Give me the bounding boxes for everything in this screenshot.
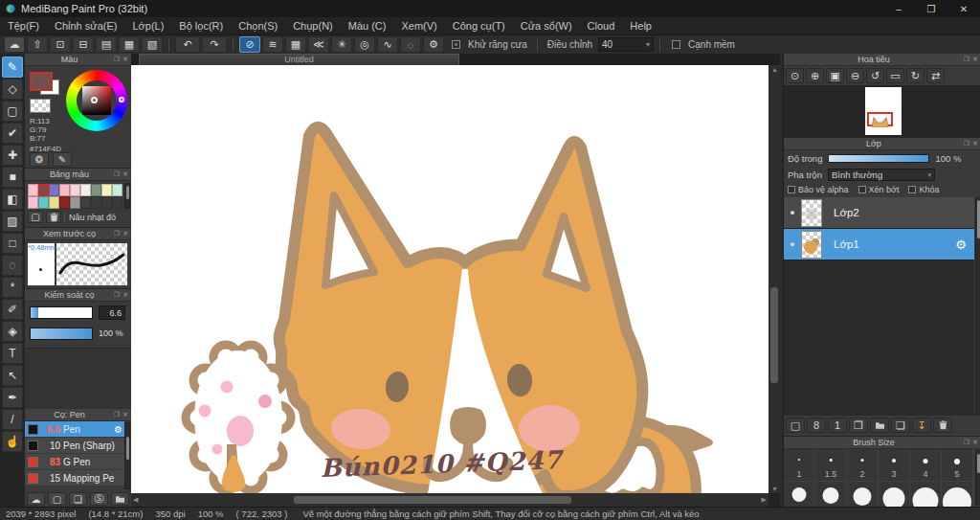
- palette-swatch[interactable]: [49, 196, 59, 209]
- close-icon[interactable]: ✕: [122, 56, 128, 63]
- new-brush-icon[interactable]: ▢: [48, 492, 66, 506]
- horizontal-scroll-thumb[interactable]: [294, 496, 571, 504]
- storyboard-icon[interactable]: ▦: [119, 36, 140, 53]
- text-tool[interactable]: T: [2, 343, 23, 364]
- palette-swatch[interactable]: [38, 196, 49, 209]
- adjust-dropdown[interactable]: 40 ▾: [598, 37, 654, 52]
- eyedropper-tool[interactable]: ✒: [2, 387, 23, 408]
- lasso-tool[interactable]: ◌: [2, 255, 23, 276]
- sv-cursor[interactable]: [91, 97, 98, 103]
- snap-vanishing-icon[interactable]: ≪: [308, 36, 329, 53]
- rect-tool[interactable]: ▢: [2, 101, 23, 122]
- gear-icon[interactable]: ⚙: [955, 237, 967, 252]
- upload-brush-icon[interactable]: ☁: [27, 492, 45, 506]
- duplicate-layer-icon[interactable]: ❏: [891, 418, 910, 433]
- fill-shape-tool[interactable]: ■: [2, 167, 23, 188]
- bucket-tool[interactable]: ◧: [2, 189, 23, 210]
- menu-item[interactable]: Cửa sổ(W): [513, 17, 580, 34]
- move-tool[interactable]: ✚: [2, 145, 23, 166]
- merge-layer-icon[interactable]: ↧: [912, 418, 931, 433]
- foreground-color-swatch[interactable]: [30, 72, 53, 91]
- zoom-in-icon[interactable]: ⊕: [806, 68, 824, 83]
- snap-parallel-icon[interactable]: ≋: [262, 36, 283, 53]
- transparent-color-swatch[interactable]: [30, 99, 51, 113]
- snap-curve-icon[interactable]: ∿: [377, 36, 398, 53]
- snap-grid-icon[interactable]: ▦: [285, 36, 306, 53]
- save-brush-icon[interactable]: ❏: [69, 492, 87, 506]
- snap-settings-icon[interactable]: ⚙: [423, 36, 444, 53]
- comment-icon[interactable]: ⊡: [50, 36, 71, 53]
- zoom-out-icon[interactable]: ⊖: [846, 68, 864, 83]
- menu-item[interactable]: Bộ lọc(R): [171, 17, 231, 34]
- layer-thumbnail[interactable]: [801, 199, 822, 227]
- antialias-checkbox[interactable]: [452, 40, 460, 49]
- menu-item[interactable]: Tệp(F): [0, 17, 47, 34]
- menu-item[interactable]: Chỉnh sửa(E): [47, 17, 124, 34]
- new-1bit-layer-icon[interactable]: 1: [828, 418, 847, 433]
- brush-size-cell[interactable]: [879, 482, 910, 507]
- close-icon[interactable]: ✕: [122, 170, 128, 178]
- popout-icon[interactable]: ❐: [114, 411, 120, 418]
- delete-layer-icon[interactable]: [933, 418, 952, 433]
- palette-swatch[interactable]: [28, 184, 38, 196]
- layer-checkbox-1[interactable]: Xén bớt: [858, 185, 900, 194]
- layer-row[interactable]: ●Lớp1⚙: [784, 229, 974, 260]
- canvas-horizontal-scrollbar[interactable]: ◀ ▶: [131, 493, 768, 507]
- operation-tool[interactable]: ↖: [2, 365, 23, 386]
- fit-screen-icon[interactable]: ▣: [826, 68, 844, 83]
- hand-tool[interactable]: ☝: [2, 431, 23, 452]
- document-tab[interactable]: Untitled: [139, 54, 459, 65]
- soft-edge-checkbox[interactable]: [672, 40, 680, 49]
- flip-icon[interactable]: ⇄: [926, 68, 945, 83]
- menu-item[interactable]: Help: [622, 17, 659, 34]
- scroll-right-icon[interactable]: ▶: [762, 496, 767, 504]
- scroll-left-icon[interactable]: ◀: [133, 496, 138, 504]
- material-icon[interactable]: ▧: [142, 36, 163, 53]
- brush-tool[interactable]: ✎: [2, 57, 23, 78]
- select-pen-tool[interactable]: ✐: [2, 299, 23, 320]
- eraser-tool[interactable]: ◇: [2, 79, 23, 100]
- brush-list-item[interactable]: 6.6Pen⚙: [25, 421, 124, 438]
- close-icon[interactable]: ✕: [122, 230, 128, 237]
- zoom-100-icon[interactable]: ⊙: [786, 68, 804, 83]
- new-swatch-icon[interactable]: ▢: [28, 211, 43, 223]
- snap-concentric-icon[interactable]: ◎: [354, 36, 375, 53]
- layer-folder-icon[interactable]: [870, 418, 889, 433]
- popout-icon[interactable]: ❐: [114, 56, 120, 63]
- color-wheel[interactable]: [66, 70, 127, 131]
- palette-swatch[interactable]: [59, 184, 70, 196]
- layer-visibility-icon[interactable]: ●: [784, 208, 801, 217]
- navigator-viewport-rect[interactable]: [867, 112, 893, 126]
- scroll-up-icon[interactable]: ▲: [771, 66, 778, 73]
- palette-edit-icon[interactable]: ✎: [53, 152, 72, 167]
- popout-icon[interactable]: ❐: [964, 439, 969, 446]
- canvas-vertical-scrollbar[interactable]: ▲ ▼: [768, 65, 780, 493]
- popout-icon[interactable]: ❐: [114, 230, 120, 237]
- layer-checkbox-2[interactable]: Khóa: [908, 185, 939, 194]
- gear-icon[interactable]: ⚙: [114, 424, 122, 435]
- menu-item[interactable]: Chọn(S): [231, 17, 285, 34]
- close-icon[interactable]: ✕: [972, 56, 978, 63]
- layer-opacity-slider[interactable]: [828, 154, 929, 163]
- palette-swatch[interactable]: [80, 184, 91, 196]
- palette-swatch[interactable]: [112, 184, 122, 196]
- palette-swatch[interactable]: [70, 184, 80, 196]
- script-brush-icon[interactable]: Ⓢ: [90, 492, 108, 506]
- brush-size-cell[interactable]: [784, 482, 815, 507]
- new-layer-icon[interactable]: ▢: [786, 418, 805, 433]
- palette-swatch[interactable]: [112, 196, 122, 209]
- brush-list-item[interactable]: 10Pen (Sharp): [25, 438, 124, 454]
- palette-swatch[interactable]: [59, 196, 70, 209]
- palette-swatch[interactable]: [91, 196, 101, 209]
- brush-size-scrollbar[interactable]: [975, 450, 980, 506]
- magic-wand-tool[interactable]: *: [2, 277, 23, 298]
- cloud-icon[interactable]: ☁: [4, 36, 25, 53]
- brush-size-cell[interactable]: 5: [942, 449, 973, 482]
- close-button[interactable]: ✕: [947, 0, 980, 17]
- close-icon[interactable]: ✕: [972, 140, 978, 147]
- divide-tool[interactable]: /: [2, 409, 23, 430]
- blend-mode-dropdown[interactable]: Bình thường ▾: [828, 169, 935, 181]
- popout-icon[interactable]: ❐: [114, 170, 120, 178]
- undo-icon[interactable]: ↶: [175, 36, 200, 53]
- palette-swatch[interactable]: [49, 184, 59, 196]
